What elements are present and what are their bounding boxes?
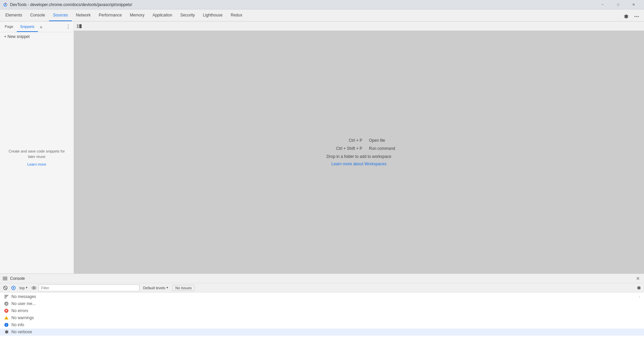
console-info-icon: i: [4, 322, 9, 327]
sidebar-tab-bar: Page Snippets » ⋮: [0, 22, 74, 32]
shortcut-row-run: Ctrl + Shift + P Run command: [309, 146, 409, 151]
console-toolbar: top ▼ Default levels ▼ No Issues: [0, 283, 644, 293]
workspace-drop-text: Drop in a folder to add to workspace: [309, 154, 409, 159]
console-item-info[interactable]: i No info: [0, 321, 644, 329]
console-messages-icon: [4, 294, 9, 299]
toggle-navigator-button[interactable]: [76, 23, 83, 30]
editor-area: Ctrl + P Open file Ctrl + Shift + P Run …: [74, 22, 644, 273]
sources-sidebar: Page Snippets » ⋮ + New snippet Create a…: [0, 22, 74, 273]
sidebar-learn-more-link[interactable]: Learn more: [27, 162, 46, 166]
console-eye-button[interactable]: [31, 285, 37, 291]
toggle-navigator-icon: [77, 24, 82, 29]
console-content: No messages › ⊘ No user me... ✕ No error…: [0, 293, 644, 344]
clear-console-icon: [3, 286, 8, 290]
console-warnings-text: No warnings: [11, 315, 34, 320]
tab-network[interactable]: Network: [72, 9, 95, 21]
three-dots-icon: [634, 14, 639, 19]
console-item-user[interactable]: ⊘ No user me...: [0, 300, 644, 307]
console-filter-input[interactable]: [39, 285, 139, 291]
editor-toolbar: [74, 22, 644, 31]
title-bar-title: DevTools - developer.chrome.com/docs/dev…: [10, 2, 132, 7]
console-verbose-text: No verbose: [11, 330, 32, 334]
window-controls: − □ ✕: [595, 0, 641, 9]
devtools-top-right: [621, 12, 643, 21]
title-bar: DevTools - developer.chrome.com/docs/dev…: [0, 0, 644, 9]
svg-point-3: [635, 16, 636, 17]
title-bar-left: DevTools - developer.chrome.com/docs/dev…: [3, 2, 132, 7]
console-item-errors[interactable]: ✕ No errors: [0, 307, 644, 314]
console-messages-arrow: ›: [639, 295, 640, 299]
devtools-icon: [3, 2, 8, 7]
svg-rect-6: [77, 24, 79, 28]
svg-point-16: [33, 287, 35, 288]
tab-redux[interactable]: Redux: [227, 9, 246, 21]
sources-panel: Page Snippets » ⋮ + New snippet Create a…: [0, 22, 644, 273]
eye-icon: [32, 286, 36, 290]
levels-dropdown-icon: ▼: [166, 286, 169, 289]
console-toolbar-right: [635, 285, 642, 291]
console-close-button[interactable]: ✕: [635, 275, 641, 282]
console-verbose-icon: [4, 330, 9, 334]
context-dropdown-icon: ▼: [25, 286, 28, 289]
console-menu-icon[interactable]: [3, 276, 7, 281]
settings-button[interactable]: [621, 12, 631, 21]
tab-sources[interactable]: Sources: [49, 9, 72, 21]
minimize-button[interactable]: −: [595, 0, 610, 9]
svg-rect-10: [3, 280, 7, 280]
console-errors-icon: ✕: [4, 308, 9, 313]
console-item-verbose[interactable]: No verbose: [0, 329, 644, 336]
tab-memory[interactable]: Memory: [126, 9, 148, 21]
shortcut-ctrl-shift-p-keys: Ctrl + Shift + P: [309, 146, 362, 151]
svg-text:!: !: [6, 317, 7, 319]
sidebar-tab-snippets[interactable]: Snippets: [17, 22, 38, 32]
customize-button[interactable]: [632, 12, 641, 21]
svg-point-5: [638, 16, 639, 17]
devtools-body: Page Snippets » ⋮ + New snippet Create a…: [0, 22, 644, 344]
shortcut-ctrl-shift-p-desc: Run command: [369, 146, 409, 151]
console-settings-button[interactable]: [635, 285, 642, 291]
console-info-text: No info: [11, 322, 24, 327]
console-title: Console: [10, 276, 25, 281]
console-errors-text: No errors: [11, 308, 28, 313]
workspace-shortcuts: Ctrl + P Open file Ctrl + Shift + P Run …: [309, 138, 409, 166]
console-clear-button[interactable]: [2, 285, 9, 291]
console-user-icon: ⊘: [4, 301, 9, 306]
devtools-tab-bar: Elements Console Sources Network Perform…: [0, 9, 644, 22]
shortcut-row-open: Ctrl + P Open file: [309, 138, 409, 143]
workspace-info-panel: Ctrl + P Open file Ctrl + Shift + P Run …: [74, 31, 644, 273]
close-button[interactable]: ✕: [626, 0, 641, 9]
sidebar-hint-text: Create and save code snippets for later …: [7, 148, 67, 160]
tab-elements[interactable]: Elements: [1, 9, 26, 21]
tab-performance[interactable]: Performance: [95, 9, 126, 21]
sidebar-tab-page[interactable]: Page: [1, 22, 17, 32]
shortcut-ctrl-p-keys: Ctrl + P: [309, 138, 362, 143]
svg-point-4: [636, 16, 637, 17]
no-issues-button[interactable]: No Issues: [172, 285, 195, 291]
filter-icon: [11, 286, 16, 290]
svg-rect-9: [3, 278, 7, 279]
console-item-messages[interactable]: No messages ›: [0, 293, 644, 300]
sidebar-more-tabs-button[interactable]: »: [39, 23, 44, 31]
log-levels-button[interactable]: Default levels ▼: [141, 285, 171, 291]
svg-line-12: [4, 287, 6, 289]
new-snippet-button[interactable]: + New snippet: [0, 32, 74, 41]
settings-icon-small: [636, 286, 641, 290]
workspace-learn-more-link[interactable]: Learn more about Workspaces: [309, 162, 409, 166]
maximize-button[interactable]: □: [610, 0, 626, 9]
sidebar-empty-state: Create and save code snippets for later …: [0, 41, 74, 273]
tab-lighthouse[interactable]: Lighthouse: [199, 9, 227, 21]
svg-rect-7: [79, 24, 82, 28]
shortcut-ctrl-p-desc: Open file: [369, 138, 409, 143]
console-item-warnings[interactable]: ! No warnings: [0, 314, 644, 321]
tab-application[interactable]: Application: [148, 9, 176, 21]
console-warnings-icon: !: [4, 315, 9, 320]
context-selector[interactable]: top ▼: [18, 285, 29, 291]
console-header: Console ✕: [0, 274, 644, 283]
console-log-filter-button[interactable]: [10, 285, 17, 291]
tab-security[interactable]: Security: [176, 9, 199, 21]
sidebar-menu-button[interactable]: ⋮: [64, 24, 72, 30]
settings-icon: [623, 14, 629, 19]
tab-console[interactable]: Console: [26, 9, 49, 21]
svg-point-14: [13, 287, 14, 289]
gear-icon-verbose: [4, 330, 9, 334]
